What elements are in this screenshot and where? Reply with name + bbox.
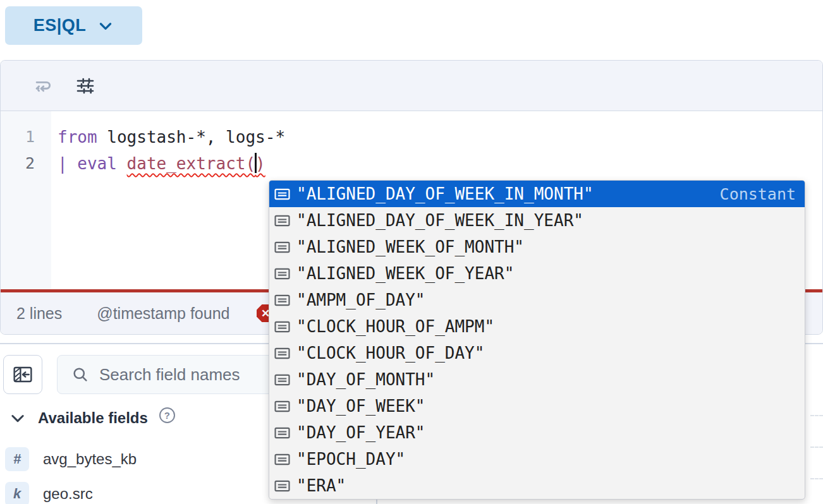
suggestion-item[interactable]: "ALIGNED_WEEK_OF_MONTH" [269,234,805,260]
symbol-constant-icon [274,318,291,335]
available-fields-title: Available fields [38,409,148,427]
help-icon[interactable]: ? [159,407,175,423]
symbol-constant-icon [274,212,291,229]
dashed-underline-stub [810,415,823,416]
suggestion-item[interactable]: "ALIGNED_WEEK_OF_YEAR" [269,260,805,287]
line-number: 1 [1,124,51,150]
chevron-down-icon [97,18,114,34]
suggestion-item[interactable]: "AMPM_OF_DAY" [269,287,805,313]
suggestion-kind: Constant [720,185,796,203]
code-line-1: 1 from logstash-*, logs-* [1,124,822,150]
dashed-underline-stub [810,447,823,448]
symbol-constant-icon [274,345,291,362]
autocomplete-dropdown: "ALIGNED_DAY_OF_WEEK_IN_MONTH" Constant … [269,180,805,500]
code-line-1-text: from logstash-*, logs-* [51,124,285,150]
symbol-constant-icon [274,371,291,388]
timestamp-status: @timestamp found [97,304,229,323]
field-item-avg-bytes-kb[interactable]: # avg_bytes_kb [5,447,137,471]
esql-label: ES|QL [34,16,87,35]
collapse-sidebar-button[interactable] [3,355,42,394]
available-fields-header[interactable]: Available fields ? [9,409,175,427]
symbol-constant-icon [274,477,291,495]
symbol-constant-icon [274,239,291,256]
suggestion-item[interactable]: "DAY_OF_WEEK" [269,393,805,419]
symbol-constant-icon [274,292,291,309]
symbol-constant-icon [274,451,291,468]
suggestion-item[interactable]: "DAY_OF_YEAR" [269,419,805,446]
field-name: avg_bytes_kb [43,450,137,468]
suggestion-item[interactable]: "CLOCK_HOUR_OF_DAY" [269,340,805,366]
code-line-2-text: | eval date_extract() [51,150,265,177]
suggestion-item[interactable]: "ERA" [269,472,805,499]
search-icon [71,366,89,383]
suggestion-item[interactable]: "ALIGNED_DAY_OF_WEEK_IN_YEAR" [269,207,805,234]
collapse-panel-icon [12,364,34,385]
suggestion-item[interactable]: "ALIGNED_DAY_OF_WEEK_IN_MONTH" Constant [269,181,805,207]
suggestion-item[interactable]: "DAY_OF_MONTH" [269,366,805,393]
word-wrap-icon[interactable] [32,75,54,97]
symbol-constant-icon [274,265,291,282]
number-field-type-icon: # [5,447,29,471]
symbol-constant-icon [274,186,291,203]
editor-toolbar [1,61,822,111]
line-number: 2 [1,150,51,177]
dashed-underline-stub [810,478,823,479]
field-item-geo-src[interactable]: k geo.src [5,482,93,504]
esql-language-selector[interactable]: ES|QL [5,6,142,45]
code-line-2: 2 | eval date_extract() [1,150,822,177]
line-count: 2 lines [16,304,62,323]
keyword-field-type-icon: k [5,482,29,504]
chevron-down-icon [9,409,27,427]
symbol-constant-icon [274,398,291,415]
field-name: geo.src [43,485,93,503]
suggestion-item[interactable]: "EPOCH_DAY" [269,446,805,472]
suggestion-item[interactable]: "CLOCK_HOUR_OF_AMPM" [269,313,805,340]
symbol-constant-icon [274,424,291,441]
query-settings-icon[interactable] [75,76,95,96]
